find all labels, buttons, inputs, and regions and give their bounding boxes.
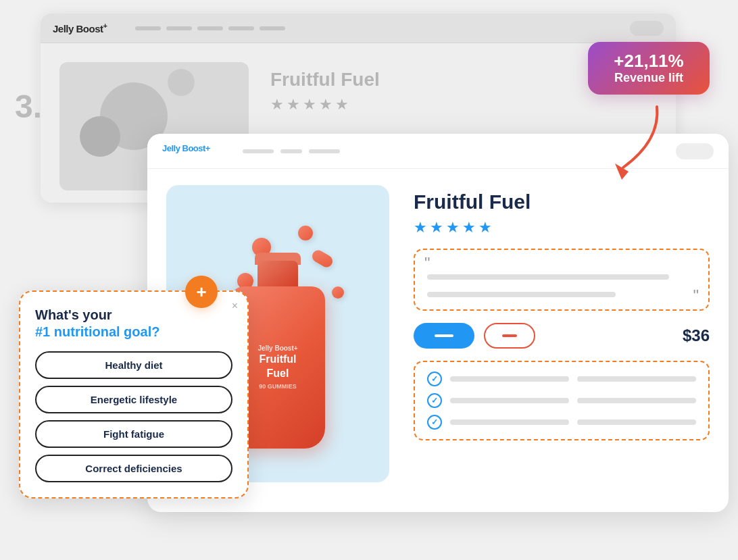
quote-line-1 bbox=[427, 274, 669, 280]
star: ★ bbox=[446, 219, 460, 236]
quiz-option-energetic-lifestyle[interactable]: Energetic lifestyle bbox=[35, 386, 232, 413]
star: ★ bbox=[462, 219, 476, 236]
bg-nav-line bbox=[135, 26, 161, 30]
check-line-2 bbox=[577, 398, 696, 403]
product-info: Fruitful Fuel ★ ★ ★ ★ ★ " " bbox=[414, 185, 710, 482]
star: ★ bbox=[414, 219, 427, 236]
pill-decoration bbox=[332, 286, 344, 299]
check-line bbox=[450, 376, 569, 382]
revenue-arrow bbox=[596, 100, 670, 181]
main-nav-line bbox=[243, 149, 274, 153]
quiz-option-fight-fatigue[interactable]: Fight fatigue bbox=[35, 420, 232, 448]
step-number: 3. bbox=[15, 88, 42, 125]
bg-browser-button bbox=[630, 21, 664, 36]
bg-product-info: Fruitful Fuel ★ ★ ★ ★ ★ bbox=[270, 62, 380, 113]
check-mark-icon: ✓ bbox=[431, 396, 438, 405]
checklist-box: ✓ ✓ ✓ bbox=[414, 361, 710, 440]
revenue-badge-percent: +21,11% bbox=[603, 51, 695, 71]
check-item: ✓ bbox=[427, 415, 696, 430]
bg-nav-lines bbox=[135, 26, 285, 30]
bg-star: ★ bbox=[335, 96, 349, 113]
check-item: ✓ bbox=[427, 393, 696, 408]
quote-box: " " bbox=[414, 249, 710, 311]
revenue-badge: +21,11% Revenue lift bbox=[588, 42, 710, 95]
quiz-options: Healthy diet Energetic lifestyle Fight f… bbox=[35, 351, 232, 482]
stars-row: ★ ★ ★ ★ ★ bbox=[414, 219, 710, 236]
bottle-label: Jelly Boost+ FruitfulFuel 90 GUMMIES bbox=[251, 344, 304, 391]
bg-browser-bar: Jelly Boost+ bbox=[41, 14, 676, 43]
check-line bbox=[450, 398, 569, 403]
main-nav-line bbox=[309, 149, 340, 153]
bg-nav-line bbox=[228, 26, 254, 30]
quiz-plus-icon: + bbox=[185, 276, 218, 308]
price-row: $36 bbox=[414, 323, 710, 349]
check-line bbox=[450, 419, 569, 425]
bg-nav-line bbox=[197, 26, 223, 30]
star: ★ bbox=[430, 219, 443, 236]
product-title: Fruitful Fuel bbox=[414, 190, 710, 213]
bg-stars: ★ ★ ★ ★ ★ bbox=[270, 96, 380, 113]
product-price: $36 bbox=[683, 326, 710, 345]
quiz-popup: + × What's your #1 nutritional goal? Hea… bbox=[19, 290, 249, 499]
bg-star: ★ bbox=[319, 96, 333, 113]
main-logo: Jelly Boost+ bbox=[162, 143, 210, 158]
button-icon bbox=[502, 334, 517, 337]
bg-star: ★ bbox=[270, 96, 284, 113]
check-circle: ✓ bbox=[427, 393, 442, 408]
check-item: ✓ bbox=[427, 372, 696, 386]
quiz-option-correct-deficiencies[interactable]: Correct deficiencies bbox=[35, 455, 232, 482]
button-icon bbox=[435, 334, 453, 337]
bottle-neck bbox=[257, 261, 298, 288]
check-mark-icon: ✓ bbox=[431, 417, 438, 427]
bg-product-title: Fruitful Fuel bbox=[270, 69, 380, 91]
add-to-cart-button[interactable] bbox=[414, 323, 474, 349]
main-browser-button bbox=[676, 143, 714, 159]
check-mark-icon: ✓ bbox=[431, 374, 438, 384]
pill-decoration bbox=[310, 248, 335, 270]
bg-nav-line bbox=[166, 26, 192, 30]
check-circle: ✓ bbox=[427, 372, 442, 386]
pill-decoration bbox=[298, 226, 313, 240]
check-line-2 bbox=[577, 376, 696, 382]
quote-line-2 bbox=[427, 292, 616, 297]
quiz-close-button[interactable]: × bbox=[232, 300, 238, 312]
main-nav-line bbox=[280, 149, 302, 153]
revenue-badge-label: Revenue lift bbox=[603, 71, 695, 86]
quote-open-icon: " bbox=[424, 255, 430, 272]
star: ★ bbox=[478, 219, 492, 236]
quiz-option-healthy-diet[interactable]: Healthy diet bbox=[35, 351, 232, 379]
quote-close-icon: " bbox=[693, 288, 699, 304]
bg-star: ★ bbox=[303, 96, 316, 113]
quiz-question: What's your #1 nutritional goal? bbox=[35, 307, 232, 340]
bg-logo: Jelly Boost+ bbox=[53, 22, 107, 34]
check-circle: ✓ bbox=[427, 415, 442, 430]
quiz-question-highlight: #1 nutritional goal? bbox=[35, 324, 159, 339]
check-line-2 bbox=[577, 419, 696, 425]
secondary-action-button[interactable] bbox=[484, 323, 535, 349]
bg-nav-line bbox=[260, 26, 285, 30]
main-nav-lines bbox=[243, 149, 340, 153]
bg-star: ★ bbox=[287, 96, 300, 113]
